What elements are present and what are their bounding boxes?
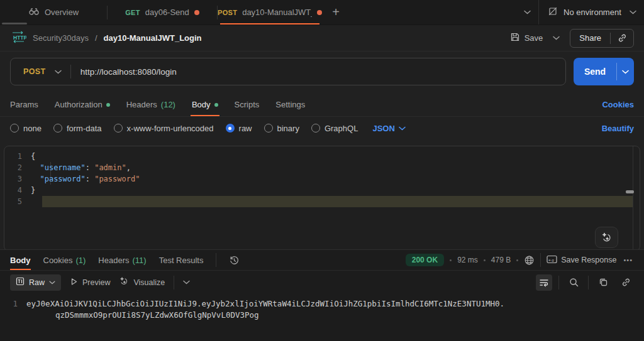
- editor-scrollbar-thumb[interactable]: [626, 190, 634, 193]
- response-tab-headers-label: Headers: [98, 256, 129, 265]
- request-body-editor[interactable]: 1 { 2 "username": "admin", 3 "password":…: [4, 146, 640, 251]
- response-body[interactable]: 1 eyJ0eXAiOiJKV1QiLCJhbGciOiJIUzI1NiJ9.e…: [0, 294, 644, 321]
- response-history-icon[interactable]: [229, 250, 240, 270]
- tab-bar-spacer: [350, 0, 516, 24]
- line-number: 2: [4, 163, 31, 172]
- radio-form-data-label: form-data: [67, 124, 102, 133]
- binoculars-icon: [28, 7, 40, 18]
- radio-urlencoded-label: x-www-form-urlencoded: [127, 124, 214, 133]
- tab-method-post: POST: [218, 9, 237, 16]
- breadcrumb-request-name[interactable]: day10-ManualJWT_Login: [104, 33, 202, 43]
- save-options-chevron[interactable]: [550, 33, 562, 43]
- response-toolbar-right: [536, 274, 634, 291]
- tab-options-chevron[interactable]: [516, 0, 538, 24]
- tab-scripts[interactable]: Scripts: [235, 93, 260, 116]
- radio-graphql-label: GraphQL: [325, 124, 358, 133]
- language-selected-value: JSON: [372, 124, 394, 133]
- tab-overview[interactable]: Overview: [0, 0, 107, 24]
- save-button[interactable]: Save: [510, 32, 543, 44]
- unsaved-dot: [317, 10, 322, 15]
- send-button-group: Send: [574, 58, 634, 85]
- link-icon[interactable]: [618, 274, 634, 291]
- toolbar-chevron[interactable]: [183, 280, 190, 284]
- tab-headers[interactable]: Headers (12): [126, 93, 175, 116]
- tab-settings-label: Settings: [275, 100, 305, 109]
- language-chevron-icon: [399, 126, 406, 131]
- response-meta: 200 OK 92 ms 479 B: [406, 250, 634, 270]
- send-options-chevron[interactable]: [617, 58, 634, 85]
- code-colon: :: [86, 175, 94, 183]
- tab-authorization[interactable]: Authorization: [55, 93, 110, 116]
- view-mode-label: Raw: [29, 278, 45, 287]
- code-text: {: [31, 152, 35, 161]
- jwt-token-line2: qzDSmmmxO9prOUIi8S7yLZdwX6OfGlgNpVvL0DV3…: [0, 310, 644, 321]
- code-key: "username": [40, 163, 85, 172]
- tab-day06-send[interactable]: GET day06-Send: [108, 0, 217, 24]
- response-tab-body[interactable]: Body: [10, 250, 31, 270]
- cookies-count: (1): [75, 256, 86, 265]
- search-icon[interactable]: [565, 274, 582, 291]
- breadcrumb-separator: /: [95, 33, 97, 43]
- body-type-row: none form-data x-www-form-urlencoded raw…: [0, 117, 644, 139]
- new-tab-button[interactable]: +: [322, 0, 350, 24]
- postbot-button[interactable]: [595, 227, 618, 248]
- floppy-disk-icon: [510, 32, 520, 44]
- response-tab-cookies-label: Cookies: [43, 256, 73, 265]
- method-chevron-icon[interactable]: [55, 70, 70, 74]
- status-badge[interactable]: 200 OK: [406, 254, 444, 266]
- response-tab-cookies[interactable]: Cookies (1): [43, 250, 86, 270]
- radio-raw[interactable]: raw: [226, 124, 252, 133]
- code-key: "password": [40, 175, 85, 183]
- breadcrumb-collection[interactable]: Security30days: [33, 33, 89, 43]
- separator-dot: [484, 259, 486, 261]
- line-number: 1: [4, 152, 31, 161]
- environment-selector[interactable]: No environment: [538, 0, 644, 24]
- environment-label: No environment: [564, 8, 624, 17]
- radio-none[interactable]: none: [10, 124, 42, 133]
- code-value: "password": [94, 175, 140, 183]
- beautify-link[interactable]: Beautify: [602, 124, 634, 133]
- cookies-link[interactable]: Cookies: [602, 100, 634, 109]
- response-size[interactable]: 479 B: [491, 256, 511, 264]
- line-number: 3: [4, 175, 31, 183]
- tab-settings[interactable]: Settings: [275, 93, 305, 116]
- example-icon: e.g: [547, 255, 557, 266]
- editor-line: 2 "username": "admin",: [4, 162, 640, 173]
- radio-binary[interactable]: binary: [264, 124, 299, 133]
- wrap-text-button[interactable]: [536, 274, 552, 291]
- preview-button[interactable]: Preview: [70, 278, 110, 288]
- response-tab-test-results[interactable]: Test Results: [159, 250, 204, 270]
- separator-dot: [516, 259, 518, 261]
- save-response-button[interactable]: e.g Save Response: [547, 255, 616, 266]
- response-line: 1 eyJ0eXAiOiJKV1QiLCJhbGciOiJIUzI1NiJ9.e…: [0, 298, 644, 310]
- response-tab-headers[interactable]: Headers (11): [98, 250, 146, 270]
- url-input[interactable]: http://localhost:8080/login: [71, 67, 565, 77]
- response-time[interactable]: 92 ms: [457, 256, 478, 264]
- response-tabs: Body Cookies (1) Headers (11) Test Resul…: [0, 250, 644, 271]
- tab-params[interactable]: Params: [10, 93, 38, 116]
- share-button[interactable]: Share: [570, 30, 610, 47]
- header-actions: Save Share: [510, 29, 634, 48]
- radio-urlencoded[interactable]: x-www-form-urlencoded: [114, 124, 214, 133]
- network-globe-icon[interactable]: [524, 255, 535, 266]
- visualize-button[interactable]: Visualize: [119, 276, 165, 288]
- radio-graphql[interactable]: GraphQL: [311, 124, 358, 133]
- copy-link-button[interactable]: [611, 30, 633, 47]
- save-button-label: Save: [525, 33, 543, 43]
- tab-scrollbar[interactable]: [2, 23, 27, 24]
- text-editor-icon: [16, 277, 25, 288]
- more-options-button[interactable]: •••: [622, 256, 634, 264]
- copy-icon[interactable]: [595, 274, 611, 291]
- tab-body[interactable]: Body: [192, 93, 218, 116]
- method-selector[interactable]: POST: [11, 67, 55, 76]
- tab-day10-manualjwt-login[interactable]: POST day10-ManualJWT_Login: [218, 0, 322, 24]
- view-mode-raw-button[interactable]: Raw: [10, 274, 61, 291]
- tab-authorization-label: Authorization: [55, 100, 103, 109]
- language-selector[interactable]: JSON: [372, 124, 405, 133]
- tab-bar: Overview GET day06-Send POST day10-Manua…: [0, 0, 644, 25]
- radio-form-data[interactable]: form-data: [53, 124, 102, 133]
- send-button[interactable]: Send: [574, 58, 616, 85]
- radio-circle: [53, 124, 62, 133]
- separator-dot: [450, 259, 452, 261]
- response-headers-count: (11): [133, 256, 147, 265]
